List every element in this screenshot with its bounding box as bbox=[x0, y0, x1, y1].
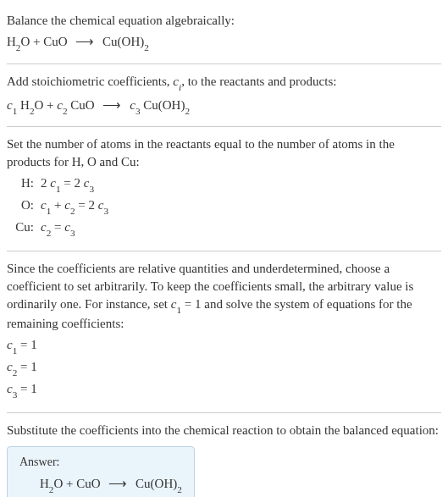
ans-h2o: H bbox=[40, 477, 49, 490]
cl2-c: c bbox=[7, 360, 13, 373]
cu-c3: c bbox=[64, 220, 70, 234]
cl3-v: = 1 bbox=[17, 382, 36, 395]
answer-intro: Substitute the coefficients into the che… bbox=[7, 422, 441, 439]
section-balance-intro: Balance the chemical equation algebraica… bbox=[7, 3, 441, 64]
eq-h2o: H bbox=[7, 35, 16, 48]
c2: c bbox=[57, 98, 63, 112]
ans-h2o-sub: 2 bbox=[49, 484, 54, 494]
arrow-icon: ⟶ bbox=[75, 35, 94, 48]
atom-table: H: 2 c1 = 2 c3 O: c1 + c2 = 2 c3 Cu: c2 … bbox=[12, 174, 441, 238]
cl1-v: = 1 bbox=[17, 338, 36, 351]
section-stoichiometric: Add stoichiometric coefficients, ci, to … bbox=[7, 64, 441, 128]
ans-cuoh-sub: 2 bbox=[177, 484, 182, 494]
cl1-s: 1 bbox=[13, 345, 18, 356]
arrow-icon: ⟶ bbox=[102, 98, 121, 112]
var-i: i bbox=[179, 82, 181, 92]
cl3-s: 3 bbox=[13, 389, 18, 400]
c3: c bbox=[130, 98, 136, 112]
cuo-part: CuO bbox=[68, 98, 95, 112]
arrow-icon: ⟶ bbox=[108, 477, 127, 490]
o-c2s: 2 bbox=[70, 206, 75, 216]
h2-sub: 2 bbox=[30, 106, 35, 116]
cl2-v: = 1 bbox=[17, 360, 36, 373]
coef-line-2: c2 = 1 bbox=[7, 358, 441, 378]
answer-box: Answer: H2O + CuO ⟶ Cu(OH)2 bbox=[7, 446, 195, 498]
o-c2: c bbox=[64, 198, 70, 212]
coef-line-3: c3 = 1 bbox=[7, 380, 441, 400]
o-c3s: 3 bbox=[103, 206, 108, 216]
cuoh-sub: 2 bbox=[185, 106, 190, 116]
o-c1s: 1 bbox=[47, 206, 52, 216]
stoich-intro-b: , to the reactants and products: bbox=[181, 75, 336, 88]
section-answer: Substitute the coefficients into the che… bbox=[7, 413, 441, 498]
c1-sub: 1 bbox=[13, 106, 18, 116]
atom-row-h: H: 2 c1 = 2 c3 bbox=[12, 174, 441, 195]
intro-text: Balance the chemical equation algebraica… bbox=[7, 12, 441, 30]
balanced-equation: H2O + CuO ⟶ Cu(OH)2 bbox=[19, 475, 182, 495]
section-atom-count: Set the number of atoms in the reactants… bbox=[7, 127, 441, 251]
o-mid: = 2 bbox=[75, 198, 98, 212]
eq-h2o-sub: 2 bbox=[16, 42, 21, 52]
cl3-c: c bbox=[7, 382, 13, 395]
answer-label: Answer: bbox=[19, 454, 182, 471]
h-c1: c bbox=[50, 176, 56, 190]
atom-row-cu: Cu: c2 = c3 bbox=[12, 218, 441, 239]
atom-intro: Set the number of atoms in the reactants… bbox=[7, 135, 441, 171]
cu-c3s: 3 bbox=[70, 228, 75, 238]
cu-mid: = bbox=[51, 220, 64, 234]
atom-eq-h: 2 c1 = 2 c3 bbox=[41, 174, 94, 195]
cu-c2: c bbox=[41, 220, 47, 234]
eq-o-cuo: O + CuO bbox=[20, 35, 67, 48]
solve-c1s: 1 bbox=[176, 305, 181, 315]
o-plus: + bbox=[51, 198, 64, 212]
atom-label-cu: Cu: bbox=[12, 218, 34, 236]
h-c1s: 1 bbox=[56, 184, 61, 194]
atom-label-h: H: bbox=[12, 174, 34, 192]
ans-cuoh: Cu(OH) bbox=[136, 477, 177, 490]
c3-sub: 3 bbox=[136, 106, 141, 116]
solve-intro: Since the coefficients are relative quan… bbox=[7, 260, 441, 334]
atom-eq-cu: c2 = c3 bbox=[41, 218, 75, 239]
o-c1: c bbox=[41, 198, 47, 212]
h-2a: 2 bbox=[41, 176, 50, 190]
h-c3s: 3 bbox=[89, 184, 94, 194]
ans-o-cuo: O + CuO bbox=[53, 477, 100, 490]
c2-sub: 2 bbox=[63, 106, 68, 116]
eq-cuoh-sub: 2 bbox=[144, 42, 149, 52]
unbalanced-equation: H2O + CuO ⟶ Cu(OH)2 bbox=[7, 33, 441, 53]
coef-line-1: c1 = 1 bbox=[7, 336, 441, 356]
cu-c2s: 2 bbox=[47, 228, 52, 238]
atom-row-o: O: c1 + c2 = 2 c3 bbox=[12, 196, 441, 217]
atom-label-o: O: bbox=[12, 196, 34, 214]
c1: c bbox=[7, 98, 13, 112]
var-c: c bbox=[173, 75, 179, 88]
cl1-c: c bbox=[7, 338, 13, 351]
section-solve: Since the coefficients are relative quan… bbox=[7, 251, 441, 413]
stoich-intro: Add stoichiometric coefficients, ci, to … bbox=[7, 73, 441, 93]
atom-eq-o: c1 + c2 = 2 c3 bbox=[41, 196, 108, 217]
stoich-equation: c1 H2O + c2 CuO ⟶ c3 Cu(OH)2 bbox=[7, 97, 441, 117]
h2o-part: H bbox=[17, 98, 30, 112]
cuoh-part: Cu(OH) bbox=[141, 98, 185, 112]
coefficient-list: c1 = 1 c2 = 1 c3 = 1 bbox=[7, 336, 441, 400]
o-plus: O + bbox=[35, 98, 58, 112]
stoich-intro-a: Add stoichiometric coefficients, bbox=[7, 75, 173, 88]
eq-cuoh: Cu(OH) bbox=[102, 35, 144, 48]
h-mid: = 2 bbox=[61, 176, 84, 190]
cl2-s: 2 bbox=[13, 367, 18, 378]
